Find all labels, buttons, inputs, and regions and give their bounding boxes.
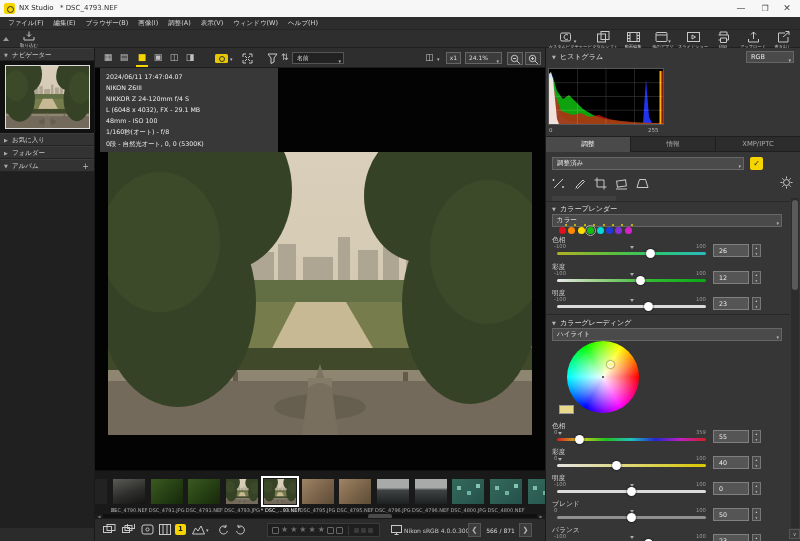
filmstrip-thumbnail[interactable] (452, 479, 484, 504)
filmstrip-item[interactable]: DSC_4796.JPG (374, 479, 412, 513)
menu-item[interactable]: ファイル(F) (3, 19, 48, 28)
cg-hue-slider[interactable] (557, 438, 706, 441)
cg-blend-value[interactable]: 50 (713, 508, 749, 521)
settings-gear-icon[interactable] (780, 176, 793, 189)
movie-edit-button[interactable]: 動画編集 (618, 30, 648, 50)
actual-size-button[interactable]: x1 (446, 52, 461, 64)
stepper[interactable]: ▴▾ (752, 244, 761, 257)
stepper[interactable]: ▴▾ (752, 297, 761, 310)
perspective-icon[interactable] (636, 177, 649, 190)
zoom-level-select[interactable]: 24.1% ▾ (465, 52, 502, 64)
cb-brightness-value[interactable]: 23 (713, 297, 749, 310)
adjustment-preset-select[interactable]: 調整済み ▾ (552, 157, 744, 170)
main-photo[interactable] (108, 152, 532, 435)
import-button[interactable]: 取り込む (14, 30, 44, 48)
raw-jpeg-pair-icon[interactable] (141, 524, 154, 537)
label-icon[interactable] (336, 527, 343, 534)
histogram-section-header[interactable]: ▼ ヒストグラム (552, 52, 603, 62)
cb-hue-slider[interactable] (557, 252, 706, 255)
menu-item[interactable]: ヘルプ(H) (283, 19, 323, 28)
maximize-button[interactable]: ❐ (758, 2, 772, 15)
multi-preview-icon[interactable]: ◫ (425, 52, 434, 62)
cg-balance-value[interactable]: 23 (713, 534, 749, 541)
rotate-ccw-button[interactable] (218, 524, 230, 538)
slider-handle[interactable] (612, 461, 621, 470)
sort-by-select[interactable]: 名前 ▾ (292, 52, 344, 64)
sort-order-icon[interactable]: ⇅ (281, 52, 289, 62)
stepper[interactable]: ▴▾ (752, 508, 761, 521)
retouch-brush-icon[interactable] (552, 177, 565, 190)
star-icon[interactable]: ★ (318, 524, 325, 536)
color-blender-channel-select[interactable]: カラー ▾ (552, 214, 782, 227)
sidebar-section-albums[interactable]: ▼ アルバム + (0, 159, 94, 172)
color-dot[interactable] (559, 227, 566, 234)
other-apps-button[interactable]: ▾他のアプリ (648, 30, 678, 50)
label-icon[interactable] (327, 527, 334, 534)
sidebar-section-favorites[interactable]: ▶ お気に入り (0, 133, 94, 146)
color-blender-header[interactable]: ▼ カラーブレンダー (552, 204, 617, 214)
zoom-in-button[interactable] (525, 52, 541, 65)
cg-blend-slider[interactable] (557, 516, 706, 519)
add-album-button[interactable]: + (82, 160, 89, 173)
upload-button[interactable]: アップロード (738, 30, 768, 50)
scroll-down-button[interactable]: ∨ (789, 529, 800, 539)
image-info-view-icon[interactable]: ◨ (183, 51, 197, 64)
filmstrip-thumbnail[interactable] (95, 479, 107, 504)
color-dot[interactable] (625, 227, 632, 234)
single-image-view-icon[interactable]: ■ (135, 51, 149, 64)
color-control-point-icon[interactable] (573, 177, 586, 190)
print-button[interactable]: 印刷 (708, 30, 738, 50)
cg-saturation-slider[interactable] (557, 464, 706, 467)
compare-view-icon[interactable]: ◫ (167, 51, 181, 64)
menu-item[interactable]: 編集(E) (48, 19, 80, 28)
sidebar-section-folders[interactable]: ▶ フォルダー (0, 146, 94, 159)
label-mark-icon[interactable] (361, 528, 366, 533)
filmstrip-item[interactable]: DSC_4791.JPG (148, 479, 186, 513)
adjustments-enabled-toggle[interactable]: ✓ (750, 157, 763, 170)
tab-adjust[interactable]: 調整 (546, 136, 631, 152)
shooting-info-display-icon[interactable] (215, 54, 228, 63)
slider-handle[interactable] (636, 276, 645, 285)
filmstrip-item[interactable] (525, 479, 545, 507)
filmstrip-item[interactable]: DSC_4795.JPG (299, 479, 337, 513)
sidebar-section-navigator[interactable]: ▼ ナビゲーター (0, 48, 94, 61)
filmstrip-item[interactable]: DSC_4791.NEF (185, 479, 223, 513)
grid-view-icon[interactable]: ▦ (101, 51, 115, 64)
stepper[interactable]: ▴▾ (752, 456, 761, 469)
stepper[interactable]: ▴▾ (752, 271, 761, 284)
color-dot[interactable] (606, 227, 613, 234)
filmstrip-thumbnail[interactable] (339, 479, 371, 504)
stepper[interactable]: ▴▾ (752, 534, 761, 541)
list-view-icon[interactable]: ▤ (117, 51, 131, 64)
star-icon[interactable]: ★ (299, 524, 306, 536)
color-dot[interactable] (587, 227, 594, 234)
chevron-down-icon[interactable]: ▾ (437, 56, 440, 62)
label-1-badge[interactable]: 1 (175, 524, 186, 535)
star-icon[interactable]: ★ (290, 524, 297, 536)
tab-xmp-iptc[interactable]: XMP/IPTC (716, 136, 800, 152)
filmstrip-thumbnail[interactable] (377, 479, 409, 504)
histogram-channel-select[interactable]: RGB ▾ (746, 51, 794, 63)
grid-columns-icon[interactable] (159, 524, 171, 537)
scrollbar-handle[interactable] (792, 200, 798, 290)
slider-handle[interactable] (644, 302, 653, 311)
filmstrip-thumbnail[interactable] (226, 479, 258, 504)
crop-icon[interactable] (594, 177, 607, 190)
zoom-out-button[interactable] (507, 52, 523, 65)
navigator-thumbnail[interactable] (5, 65, 90, 129)
filmstrip-thumbnail[interactable] (528, 479, 545, 504)
cg-saturation-value[interactable]: 40 (713, 456, 749, 469)
filmstrip-item[interactable]: DSC_4800.JPG (449, 479, 487, 513)
minimize-button[interactable]: — (734, 2, 748, 15)
wheel-selector[interactable] (607, 361, 614, 368)
rating-zero-icon[interactable] (272, 527, 279, 534)
star-icon[interactable]: ★ (309, 524, 316, 536)
stacked-images-icon[interactable] (122, 524, 135, 537)
rotate-cw-button[interactable] (234, 524, 246, 538)
cb-brightness-slider[interactable] (557, 305, 706, 308)
menu-item[interactable]: 調整(A) (163, 19, 196, 28)
next-image-button[interactable]: ❯ (519, 523, 532, 537)
slider-handle[interactable] (646, 249, 655, 258)
filmstrip-thumbnail[interactable] (490, 479, 522, 504)
menu-item[interactable]: ウィンドウ(W) (228, 19, 283, 28)
